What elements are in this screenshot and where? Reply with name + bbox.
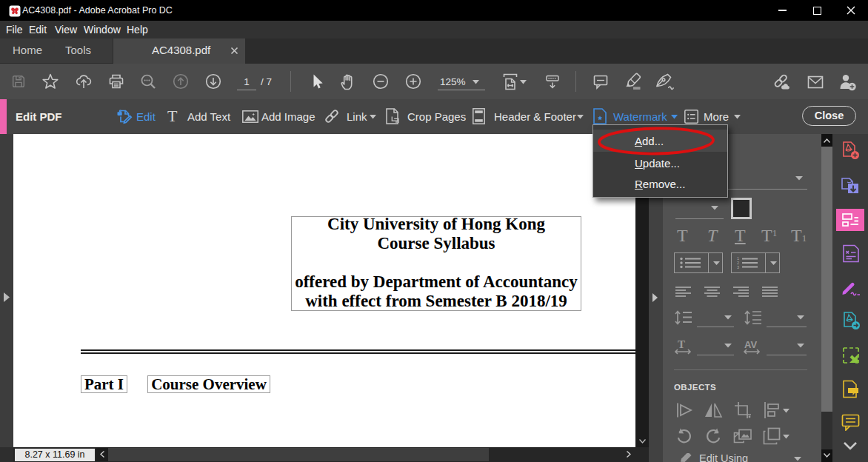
svg-text:AV: AV [744, 339, 757, 350]
svg-text:3: 3 [737, 265, 739, 270]
svg-text:T: T [678, 338, 685, 350]
